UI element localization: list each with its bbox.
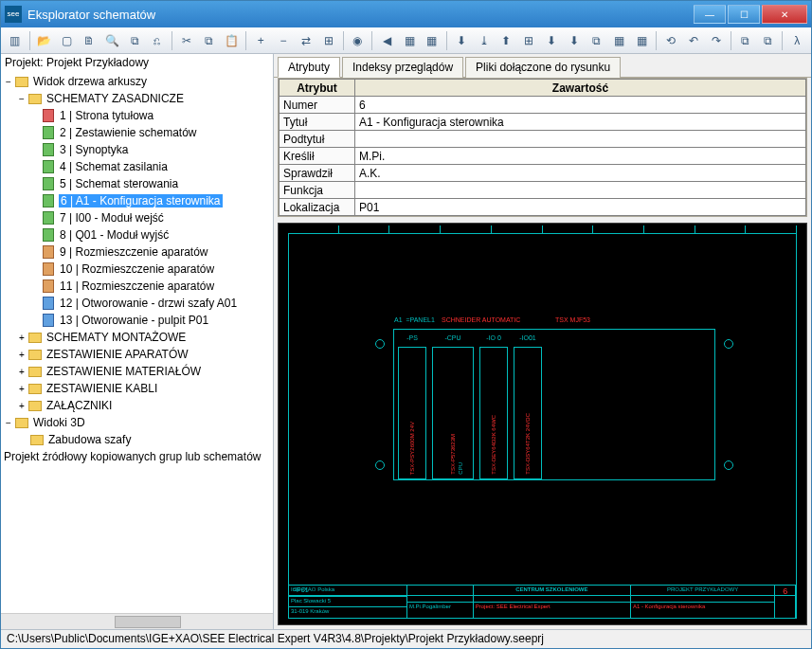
tab-indexes[interactable]: Indeksy przeglądów [342, 57, 463, 78]
tool-icon[interactable]: ◉ [348, 30, 369, 51]
tool-icon[interactable]: ⧉ [586, 30, 607, 51]
tool-icon[interactable]: ▦ [422, 30, 442, 51]
close-button[interactable]: ✕ [762, 5, 807, 24]
redo-icon[interactable]: ↷ [706, 30, 727, 51]
tool-icon[interactable]: ⧉ [758, 30, 779, 51]
search-icon[interactable]: 🔍 [101, 30, 122, 51]
tree-root[interactable]: −Widok drzewa arkuszy [3, 73, 273, 90]
tree-folder[interactable]: +SCHEMATY MONTAŻOWE [3, 329, 273, 346]
horizontal-scrollbar[interactable] [1, 613, 273, 629]
tree-root[interactable]: −Widoki 3D [3, 414, 273, 431]
tool-icon[interactable]: ▦ [399, 30, 420, 51]
tree-sheet[interactable]: 11 | Rozmieszczenie aparatów [3, 278, 273, 295]
plc-rack: A1 =PANEL1 SCHNEIDER AUTOMATIC TSX MJF53… [393, 329, 715, 480]
tree-root[interactable]: Projekt źródłowy kopiowanych grup lub sc… [3, 448, 273, 465]
undo-icon[interactable]: ↶ [683, 30, 704, 51]
tree-sheet[interactable]: 2 | Zestawienie schematów [3, 124, 273, 141]
tree-folder[interactable]: +ZESTAWIENIE APARATÓW [3, 346, 273, 363]
tab-files[interactable]: Pliki dołączone do rysunku [465, 57, 621, 78]
tool-icon[interactable]: ▢ [57, 30, 78, 51]
tool-icon[interactable]: ⟲ [660, 30, 681, 51]
attr-row[interactable]: LokalizacjaP01 [280, 199, 806, 216]
tree-sheet[interactable]: 12 | Otworowanie - drzwi szafy A01 [3, 295, 273, 312]
status-bar: C:\Users\Public\Documents\IGE+XAO\SEE El… [1, 629, 811, 648]
attr-row[interactable]: KreśliłM.Pi. [280, 148, 806, 165]
tool-icon[interactable]: + [250, 30, 271, 51]
minimize-button[interactable]: — [694, 5, 726, 24]
tool-icon[interactable]: ⊞ [318, 30, 339, 51]
tree-folder[interactable]: +ZESTAWIENIE KABLI [3, 380, 273, 397]
drawing-preview[interactable]: A1 =PANEL1 SCHNEIDER AUTOMATIC TSX MJF53… [278, 223, 807, 625]
tool-icon[interactable]: ⬇ [564, 30, 585, 51]
tree-folder[interactable]: −SCHEMATY ZASADNICZE [3, 90, 273, 107]
tab-attributes[interactable]: Atrybuty [278, 57, 340, 78]
tool-icon[interactable]: ◀ [376, 30, 397, 51]
copy-icon[interactable]: ⧉ [199, 30, 220, 51]
attr-row[interactable]: Numer6 [280, 97, 806, 114]
tab-bar: Atrybuty Indeksy przeglądów Pliki dołącz… [274, 54, 811, 78]
tool-icon[interactable]: ⇄ [296, 30, 316, 51]
tool-icon[interactable]: ⬆ [496, 30, 516, 51]
attr-row[interactable]: Funkcja [280, 182, 806, 199]
tool-icon[interactable]: ⬇ [451, 30, 472, 51]
tool-icon[interactable]: ⊞ [518, 30, 539, 51]
tool-icon[interactable]: ▥ [5, 30, 26, 51]
project-label: Projekt: Projekt Przykładowy [1, 54, 273, 71]
attr-row[interactable]: Podtytuł [280, 131, 806, 148]
col-attribute: Atrybut [280, 80, 355, 97]
tree-folder[interactable]: +ZAŁĄCZNIKI [3, 397, 273, 414]
titlebar: see Eksplorator schematów — ☐ ✕ [1, 1, 811, 27]
tree-sheet[interactable]: 8 | Q01 - Moduł wyjść [3, 226, 273, 243]
tree-sheet[interactable]: 10 | Rozmieszczenie aparatów [3, 261, 273, 278]
tree-sheet[interactable]: 13 | Otworowanie - pulpit P01 [3, 312, 273, 329]
cut-icon[interactable]: ✂ [176, 30, 197, 51]
tool-icon[interactable]: λ [786, 30, 807, 51]
sheet-border: A1 =PANEL1 SCHNEIDER AUTOMATIC TSX MJF53… [288, 233, 797, 596]
attribute-panel: AtrybutZawartość Numer6 TytułA1 - Konfig… [278, 78, 807, 217]
title-block: IGE+XAO Polska Plac Słowacki 5 31-019 Kr… [288, 585, 797, 619]
attr-row[interactable]: TytułA1 - Konfiguracja sterownika [280, 114, 806, 131]
tree-sheet-selected[interactable]: 6 | A1 - Konfiguracja sterownika [3, 192, 273, 209]
tool-icon[interactable]: ▦ [631, 30, 652, 51]
tree-sheet[interactable]: 1 | Strona tytułowa [3, 107, 273, 124]
paste-icon[interactable]: 📋 [221, 30, 242, 51]
tree-sheet[interactable]: 9 | Rozmieszczenie aparatów [3, 243, 273, 261]
tree-sheet[interactable]: 3 | Synoptyka [3, 141, 273, 158]
tool-icon[interactable]: ⧉ [124, 30, 145, 51]
new-icon[interactable]: 🗎 [79, 30, 99, 51]
tool-icon[interactable]: − [273, 30, 294, 51]
open-icon[interactable]: 📂 [34, 30, 55, 51]
maximize-button[interactable]: ☐ [728, 5, 760, 24]
tool-icon[interactable]: ⬇ [541, 30, 562, 51]
attr-row[interactable]: SprawdziłA.K. [280, 165, 806, 182]
tool-icon[interactable]: ⎌ [147, 30, 168, 51]
tree-folder[interactable]: Zabudowa szafy [3, 431, 273, 448]
tree-sheet[interactable]: 7 | I00 - Moduł wejść [3, 209, 273, 226]
tool-icon[interactable]: ▦ [609, 30, 630, 51]
window-title: Eksplorator schematów [27, 8, 692, 22]
tool-icon[interactable]: ⤓ [474, 30, 495, 51]
tree-sheet[interactable]: 5 | Schemat sterowania [3, 175, 273, 192]
tree-view[interactable]: −Widok drzewa arkuszy −SCHEMATY ZASADNIC… [1, 71, 273, 613]
tool-icon[interactable]: ⧉ [735, 30, 756, 51]
col-content: Zawartość [355, 80, 806, 97]
toolbar: ▥ 📂 ▢ 🗎 🔍 ⧉ ⎌ ✂ ⧉ 📋 + − ⇄ ⊞ ◉ ◀ ▦ ▦ ⬇ ⤓ … [1, 27, 811, 54]
tree-folder[interactable]: +ZESTAWIENIE MATERIAŁÓW [3, 363, 273, 380]
app-icon: see [5, 6, 22, 23]
tree-sheet[interactable]: 4 | Schemat zasilania [3, 158, 273, 175]
